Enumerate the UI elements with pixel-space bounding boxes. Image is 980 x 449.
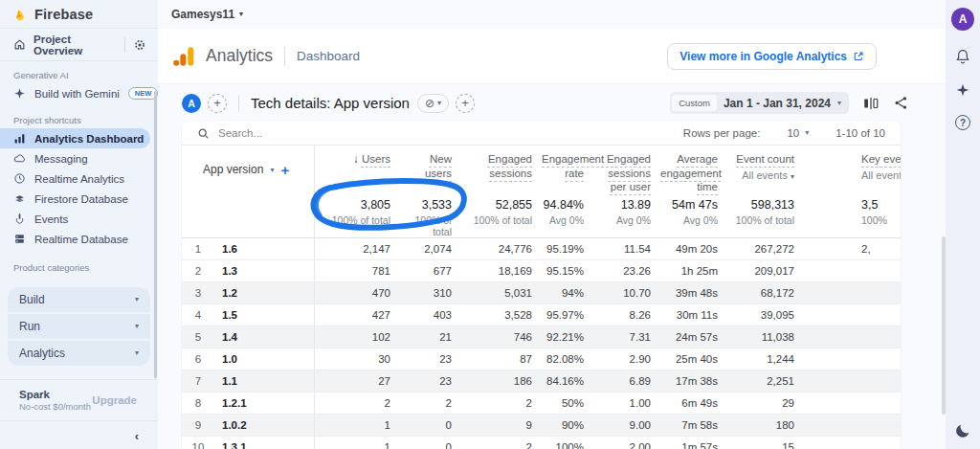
share-icon[interactable] bbox=[893, 95, 909, 111]
sidebar-item-messaging[interactable]: Messaging bbox=[0, 148, 158, 168]
dark-mode-moon-icon[interactable] bbox=[954, 422, 971, 439]
report-avatar[interactable]: A bbox=[182, 94, 201, 113]
engaged-sessions-cell: 746 bbox=[461, 326, 542, 348]
column-header-engagement-rate[interactable]: Engagement rate bbox=[542, 146, 593, 194]
rows-per-page-select[interactable]: 10 ▾ bbox=[787, 127, 809, 139]
average-engagement-time-cell: 7m 58s bbox=[660, 415, 727, 437]
category-build[interactable]: Build ▾ bbox=[8, 287, 150, 312]
engaged-sessions-per-user-cell: 9.00 bbox=[593, 415, 660, 437]
table-row[interactable]: 4 1.5 427 403 3,528 95.97% 8.26 30m 11s … bbox=[182, 304, 901, 326]
view-more-label: View more in Google Analytics bbox=[679, 50, 847, 63]
chevron-down-icon: ▾ bbox=[135, 296, 139, 303]
engaged-sessions-per-user-cell: 2.90 bbox=[593, 348, 660, 370]
category-analytics[interactable]: Analytics ▾ bbox=[8, 341, 150, 366]
date-range-picker[interactable]: Custom Jan 1 - Jan 31, 2024 ▾ bbox=[670, 92, 849, 114]
average-engagement-time-cell: 39m 48s bbox=[660, 282, 727, 304]
dimension-header[interactable]: App version ▾ + bbox=[182, 146, 314, 194]
chevron-down-icon: ▾ bbox=[437, 100, 441, 107]
firebase-brand[interactable]: Firebase bbox=[0, 0, 158, 29]
project-name: Gamesys11 bbox=[171, 8, 234, 21]
user-avatar[interactable]: A bbox=[951, 8, 974, 31]
app-version-cell[interactable]: 1.6 bbox=[214, 238, 314, 260]
rows-per-page-value: 10 bbox=[787, 127, 799, 139]
table-row[interactable]: 2 1.3 781 677 18,169 95.15% 23.26 1h 25m… bbox=[182, 260, 901, 282]
chevron-down-icon: ▾ bbox=[805, 129, 809, 137]
table-row[interactable]: 6 1.0 30 23 87 82.08% 2.90 25m 40s 1,244 bbox=[182, 348, 901, 370]
analytics-header-band: Analytics Dashboard View more in Google … bbox=[158, 29, 946, 84]
totals-engaged-sessions-per-user: 13.89Avg 0% bbox=[593, 194, 660, 238]
users-cell: 470 bbox=[314, 282, 400, 304]
table-row[interactable]: 1 1.6 2,147 2,074 24,776 95.19% 11.54 49… bbox=[182, 238, 901, 260]
table-row[interactable]: 9 1.0.2 1 0 9 90% 9.00 7m 58s 180 bbox=[182, 415, 901, 437]
app-version-cell[interactable]: 1.1 bbox=[214, 370, 314, 393]
category-run[interactable]: Run ▾ bbox=[8, 314, 150, 339]
brand-name: Firebase bbox=[34, 7, 93, 22]
table-row[interactable]: 5 1.4 102 21 746 92.21% 7.31 24m 57s 11,… bbox=[182, 326, 901, 348]
sidebar-scrollbar[interactable] bbox=[154, 91, 157, 378]
pagination-cluster: Rows per page: 10 ▾ 1-10 of 10 bbox=[683, 127, 891, 139]
upgrade-button[interactable]: Upgrade bbox=[92, 394, 137, 406]
breadcrumb[interactable]: Dashboard bbox=[297, 49, 360, 63]
search-input[interactable] bbox=[218, 127, 429, 139]
report-status-menu[interactable]: ⊘ ▾ bbox=[417, 94, 449, 113]
sidebar-item-realtime-database[interactable]: Realtime Database bbox=[0, 229, 158, 249]
add-comparison-button[interactable]: + bbox=[208, 94, 227, 113]
column-header-key-events[interactable]: Key events All events ▾ bbox=[804, 146, 901, 194]
users-cell: 27 bbox=[314, 370, 400, 393]
sidebar-item-firestore-database[interactable]: Firestore Database bbox=[0, 189, 158, 209]
column-header-engaged-sessions[interactable]: Engaged sessions bbox=[461, 146, 542, 194]
key-events-filter[interactable]: All events ▾ bbox=[861, 168, 901, 182]
table-row[interactable]: 3 1.2 470 310 5,031 94% 10.70 39m 48s 68… bbox=[182, 282, 901, 304]
add-report-tab-button[interactable]: + bbox=[456, 94, 475, 113]
sidebar-item-build-with-gemini[interactable]: Build with Gemini NEW bbox=[0, 83, 158, 103]
add-dimension-button[interactable]: + bbox=[280, 161, 289, 179]
sidebar-item-realtime-analytics[interactable]: Realtime Analytics bbox=[0, 168, 158, 189]
key-events-cell bbox=[804, 393, 901, 415]
app-version-cell[interactable]: 1.3.1 bbox=[214, 437, 314, 449]
sidebar: Firebase Project Overview Generative AI … bbox=[0, 0, 158, 449]
table-row[interactable]: 7 1.1 27 23 186 84.16% 6.89 17m 38s 2,25… bbox=[182, 370, 901, 393]
project-selector[interactable]: Gamesys11 ▾ bbox=[171, 8, 243, 21]
report-title: Tech details: App version bbox=[251, 95, 410, 111]
compare-icon[interactable] bbox=[862, 95, 880, 112]
key-events-cell bbox=[804, 260, 901, 282]
event-count-cell: 29 bbox=[727, 393, 804, 415]
column-header-new-users[interactable]: New users bbox=[400, 146, 461, 194]
category-label: Analytics bbox=[19, 347, 135, 360]
app-version-cell[interactable]: 1.3 bbox=[214, 260, 314, 282]
app-version-cell[interactable]: 1.2.1 bbox=[214, 393, 314, 415]
engaged-sessions-cell: 2 bbox=[461, 393, 542, 415]
app-version-cell[interactable]: 1.0 bbox=[214, 348, 314, 370]
engaged-sessions-per-user-cell: 10.70 bbox=[593, 282, 660, 304]
column-header-users[interactable]: ↓Users bbox=[314, 146, 400, 194]
engaged-sessions-per-user-cell: 2.00 bbox=[593, 437, 660, 449]
app-version-cell[interactable]: 1.2 bbox=[214, 282, 314, 304]
column-header-average-engagement-time[interactable]: Average engagement time bbox=[660, 146, 727, 194]
app-version-cell[interactable]: 1.4 bbox=[214, 326, 314, 348]
event-count-filter[interactable]: All events ▾ bbox=[727, 168, 794, 182]
shortcut-label: Messaging bbox=[34, 153, 88, 165]
notifications-bell-icon[interactable] bbox=[954, 48, 971, 65]
chevron-down-icon: ▾ bbox=[135, 349, 139, 357]
sidebar-item-project-overview[interactable]: Project Overview bbox=[0, 29, 158, 61]
table-row[interactable]: 10 1.3.1 1 0 2 100% 2.00 1m 57s 15 bbox=[182, 437, 901, 449]
table-row[interactable]: 8 1.2.1 2 2 2 50% 1.00 6m 49s 29 bbox=[182, 393, 901, 415]
app-version-cell[interactable]: 1.0.2 bbox=[214, 415, 314, 437]
row-index: 9 bbox=[182, 415, 214, 437]
engaged-sessions-per-user-cell: 23.26 bbox=[593, 260, 660, 282]
collapse-sidebar-button[interactable]: ‹ bbox=[0, 421, 158, 443]
sidebar-item-events[interactable]: Events bbox=[0, 209, 158, 229]
average-engagement-time-cell: 1h 25m bbox=[660, 260, 727, 282]
app-version-cell[interactable]: 1.5 bbox=[214, 304, 314, 326]
engaged-sessions-per-user-cell: 6.89 bbox=[593, 370, 660, 393]
sidebar-item-analytics-dashboard[interactable]: Analytics Dashboard bbox=[0, 128, 150, 148]
users-cell: 1 bbox=[314, 437, 400, 449]
totals-users: 3,805100% of total bbox=[314, 194, 400, 238]
sparkle-icon[interactable] bbox=[955, 82, 970, 98]
help-icon[interactable]: ? bbox=[955, 115, 970, 130]
view-more-button[interactable]: View more in Google Analytics bbox=[667, 43, 877, 70]
section-project-shortcuts: Project shortcuts bbox=[0, 103, 158, 128]
gear-icon[interactable] bbox=[133, 38, 146, 52]
column-header-event-count[interactable]: Event count All events ▾ bbox=[727, 146, 804, 194]
engagement-rate-cell: 84.16% bbox=[542, 370, 593, 393]
